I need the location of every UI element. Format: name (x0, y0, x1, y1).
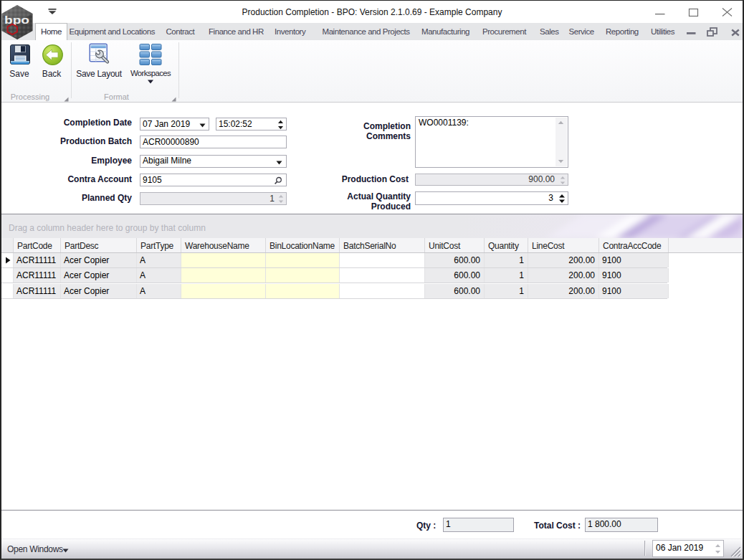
svg-text:bpo: bpo (4, 14, 29, 26)
